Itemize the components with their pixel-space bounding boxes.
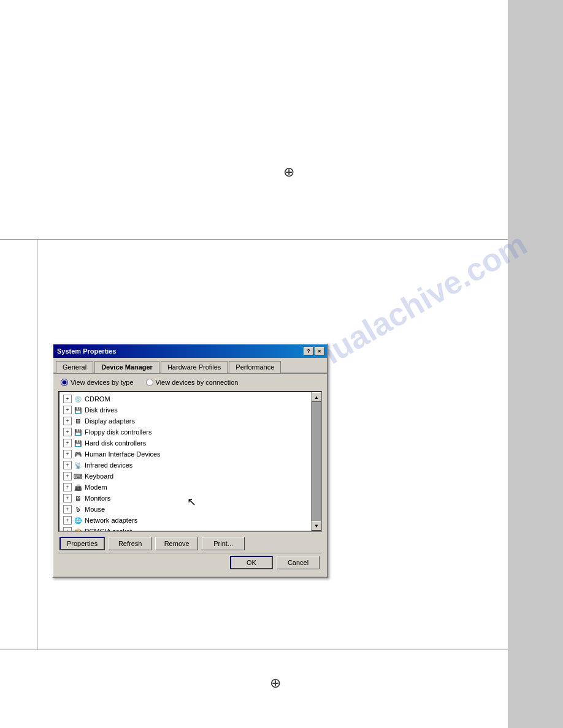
- expand-icon[interactable]: +: [63, 527, 72, 532]
- list-item[interactable]: + 📠 Modem: [61, 482, 308, 493]
- radio-by-type[interactable]: View devices by type: [61, 379, 134, 386]
- crosshair-bottom: [270, 675, 285, 690]
- expand-icon[interactable]: +: [63, 406, 72, 414]
- dialog-titlebar: System Properties ? ×: [53, 344, 327, 358]
- hid-icon: 🎮: [73, 449, 83, 459]
- floppy-icon: 💾: [73, 427, 83, 437]
- tab-hardware-profiles[interactable]: Hardware Profiles: [161, 361, 228, 373]
- scroll-up-button[interactable]: ▲: [312, 392, 321, 402]
- scroll-track: [312, 402, 321, 521]
- tree-scrollbar[interactable]: ▲ ▼: [311, 392, 321, 531]
- expand-icon[interactable]: +: [63, 439, 72, 447]
- device-label: Keyboard: [85, 472, 113, 480]
- device-label: PCMCIA socket: [85, 528, 132, 532]
- top-rule: [0, 239, 508, 240]
- radio-conn-input[interactable]: [146, 379, 153, 386]
- list-item[interactable]: + 📡 Infrared devices: [61, 460, 308, 471]
- infrared-icon: 📡: [73, 460, 83, 470]
- cdrom-icon: 💿: [73, 394, 83, 404]
- list-item[interactable]: + 🎮 Human Interface Devices: [61, 449, 308, 460]
- device-label: Display adapters: [85, 417, 135, 425]
- expand-icon[interactable]: +: [63, 516, 72, 525]
- refresh-button[interactable]: Refresh: [109, 537, 151, 550]
- properties-button[interactable]: Properties: [59, 537, 105, 550]
- pcmcia-icon: 📦: [73, 526, 83, 532]
- crosshair-top: [283, 164, 298, 179]
- expand-icon[interactable]: +: [63, 428, 72, 436]
- device-label: Infrared devices: [85, 461, 132, 469]
- dialog-body: View devices by type View devices by con…: [53, 374, 327, 577]
- radio-type-input[interactable]: [61, 379, 68, 386]
- print-button[interactable]: Print...: [202, 537, 245, 550]
- left-margin-line: [37, 239, 37, 650]
- device-label: Human Interface Devices: [85, 450, 161, 458]
- network-icon: 🌐: [73, 515, 83, 525]
- device-label: CDROM: [85, 395, 110, 403]
- radio-by-connection[interactable]: View devices by connection: [146, 379, 239, 386]
- harddisk-icon: 💾: [73, 438, 83, 448]
- list-item[interactable]: + 🖥 Monitors: [61, 493, 308, 504]
- action-buttons: Properties Refresh Remove Print...: [58, 537, 322, 550]
- list-item[interactable]: + 🌐 Network adapters: [61, 515, 308, 526]
- list-item[interactable]: + ⌨ Keyboard: [61, 471, 308, 482]
- device-label: Mouse: [85, 506, 105, 513]
- cancel-button[interactable]: Cancel: [277, 556, 320, 569]
- list-item[interactable]: + 💾 Hard disk controllers: [61, 438, 308, 449]
- list-item[interactable]: + 💿 CDROM: [61, 393, 308, 404]
- monitors-icon: 🖥: [73, 493, 83, 503]
- expand-icon[interactable]: +: [63, 483, 72, 491]
- close-button[interactable]: ×: [315, 347, 324, 355]
- device-label: Hard disk controllers: [85, 439, 146, 447]
- list-item[interactable]: + 💾 Disk drives: [61, 404, 308, 415]
- disk-icon: 💾: [73, 405, 83, 415]
- expand-icon[interactable]: +: [63, 494, 72, 502]
- radio-conn-label: View devices by connection: [156, 379, 239, 386]
- tab-performance[interactable]: Performance: [229, 361, 281, 373]
- device-tree[interactable]: + 💿 CDROM + 💾 Disk drives + 🖥 Display ad…: [58, 391, 322, 532]
- device-label: Network adapters: [85, 517, 137, 524]
- remove-button[interactable]: Remove: [155, 537, 198, 550]
- right-sidebar: [508, 0, 563, 728]
- bottom-rule: [0, 650, 508, 650]
- modem-icon: 📠: [73, 482, 83, 492]
- list-item[interactable]: + 📦 PCMCIA socket: [61, 526, 308, 532]
- dialog-title: System Properties: [57, 347, 117, 355]
- expand-icon[interactable]: +: [63, 395, 72, 403]
- device-label: Disk drives: [85, 406, 118, 414]
- help-button[interactable]: ?: [304, 347, 313, 355]
- expand-icon[interactable]: +: [63, 472, 72, 480]
- tab-general[interactable]: General: [56, 361, 93, 373]
- device-label: Floppy disk controllers: [85, 428, 151, 436]
- tree-content: + 💿 CDROM + 💾 Disk drives + 🖥 Display ad…: [61, 393, 320, 532]
- device-label: Monitors: [85, 495, 110, 502]
- device-label: Modem: [85, 483, 107, 491]
- ok-button[interactable]: OK: [230, 556, 273, 569]
- keyboard-icon: ⌨: [73, 471, 83, 481]
- titlebar-buttons: ? ×: [304, 347, 324, 355]
- list-item[interactable]: + 💾 Floppy disk controllers: [61, 427, 308, 438]
- confirm-buttons: OK Cancel: [58, 553, 322, 572]
- expand-icon[interactable]: +: [63, 450, 72, 458]
- expand-icon[interactable]: +: [63, 505, 72, 514]
- scroll-down-button[interactable]: ▼: [312, 521, 321, 531]
- display-icon: 🖥: [73, 416, 83, 426]
- list-item[interactable]: + 🖥 Display adapters: [61, 415, 308, 427]
- radio-row: View devices by type View devices by con…: [58, 379, 322, 386]
- tab-device-manager[interactable]: Device Manager: [94, 361, 159, 373]
- mouse-icon: 🖱: [73, 504, 83, 514]
- dialog-tabs: General Device Manager Hardware Profiles…: [53, 358, 327, 374]
- expand-icon[interactable]: +: [63, 417, 72, 425]
- list-item[interactable]: + 🖱 Mouse: [61, 504, 308, 515]
- radio-type-label: View devices by type: [71, 379, 134, 386]
- expand-icon[interactable]: +: [63, 461, 72, 469]
- system-properties-dialog: System Properties ? × General Device Man…: [52, 343, 328, 578]
